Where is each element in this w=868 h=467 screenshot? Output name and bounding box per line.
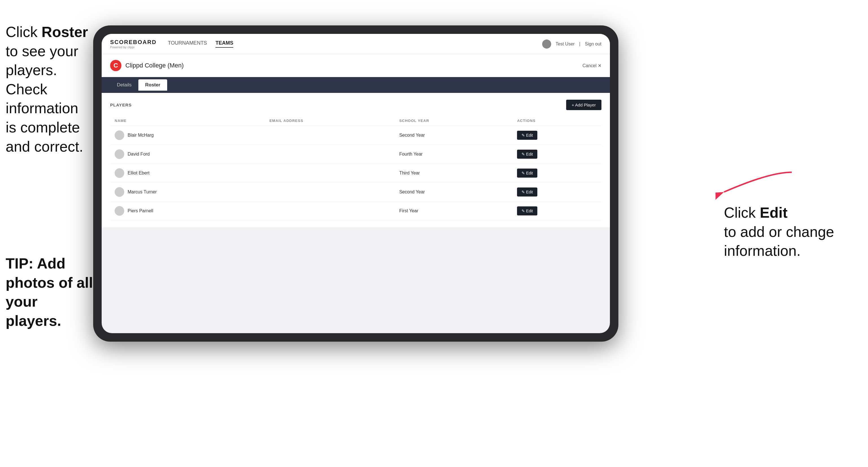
col-name: NAME — [110, 116, 265, 126]
edit-player-button[interactable]: ✎ Edit — [517, 150, 537, 159]
left-instruction: Click Roster to see your players. Check … — [6, 23, 90, 156]
tablet-screen: SCOREBOARD Powered by clippi TOURNAMENTS… — [102, 34, 610, 333]
edit-player-button[interactable]: ✎ Edit — [517, 168, 537, 178]
player-year: Third Year — [395, 164, 513, 183]
nav-tournaments[interactable]: TOURNAMENTS — [168, 40, 207, 48]
col-year: SCHOOL YEAR — [395, 116, 513, 126]
team-logo: C — [110, 60, 121, 71]
player-email — [265, 164, 395, 183]
col-email: EMAIL ADDRESS — [265, 116, 395, 126]
players-title: PLAYERS — [110, 102, 132, 107]
edit-player-button[interactable]: ✎ Edit — [517, 131, 537, 140]
player-actions: ✎ Edit — [513, 145, 601, 164]
player-email — [265, 126, 395, 145]
player-year: First Year — [395, 201, 513, 220]
player-name-cell: Blair McHarg — [110, 126, 265, 145]
player-actions: ✎ Edit — [513, 164, 601, 183]
players-section: PLAYERS + Add Player NAME EMAIL ADDRESS … — [102, 93, 610, 227]
nav-links: TOURNAMENTS TEAMS — [168, 40, 233, 48]
col-actions: ACTIONS — [513, 116, 601, 126]
table-row: Piers Parnell First Year ✎ Edit — [110, 201, 601, 220]
nav-bar: SCOREBOARD Powered by clippi TOURNAMENTS… — [102, 34, 610, 54]
players-header: PLAYERS + Add Player — [110, 100, 601, 110]
table-row: Marcus Turner Second Year ✎ Edit — [110, 183, 601, 201]
tip-text: TIP: Add photos of all your players. — [6, 254, 93, 330]
sign-out-link[interactable]: Sign out — [585, 41, 601, 46]
add-player-button[interactable]: + Add Player — [566, 100, 601, 110]
edit-arrow — [715, 166, 795, 200]
team-header: C Clippd College (Men) Cancel ✕ — [102, 54, 610, 77]
player-avatar — [115, 206, 124, 216]
table-body: Blair McHarg Second Year ✎ Edit David Fo… — [110, 126, 601, 220]
player-name: Blair McHarg — [128, 133, 154, 138]
table-head: NAME EMAIL ADDRESS SCHOOL YEAR ACTIONS — [110, 116, 601, 126]
player-avatar — [115, 149, 124, 159]
player-year: Second Year — [395, 126, 513, 145]
nav-teams[interactable]: TEAMS — [215, 40, 233, 48]
main-content: C Clippd College (Men) Cancel ✕ Details … — [102, 54, 610, 333]
player-year: Second Year — [395, 183, 513, 201]
nav-separator: | — [579, 41, 580, 46]
nav-left: SCOREBOARD Powered by clippi TOURNAMENTS… — [110, 39, 233, 49]
player-actions: ✎ Edit — [513, 126, 601, 145]
table-row: Blair McHarg Second Year ✎ Edit — [110, 126, 601, 145]
player-email — [265, 183, 395, 201]
player-year: Fourth Year — [395, 145, 513, 164]
player-avatar — [115, 168, 124, 178]
player-name-cell: Piers Parnell — [110, 201, 265, 220]
player-avatar — [115, 187, 124, 197]
tab-roster[interactable]: Roster — [138, 79, 167, 91]
player-name-cell: Elliot Ebert — [110, 164, 265, 183]
player-name-cell: Marcus Turner — [110, 183, 265, 201]
team-title-area: C Clippd College (Men) — [110, 60, 184, 71]
player-email — [265, 145, 395, 164]
logo-area: SCOREBOARD Powered by clippi — [110, 39, 156, 49]
player-name: Marcus Turner — [128, 189, 157, 194]
nav-right: Test User | Sign out — [542, 39, 601, 49]
table-header-row: NAME EMAIL ADDRESS SCHOOL YEAR ACTIONS — [110, 116, 601, 126]
player-actions: ✎ Edit — [513, 201, 601, 220]
logo-subtitle: Powered by clippi — [110, 45, 156, 49]
player-email — [265, 201, 395, 220]
player-name: David Ford — [128, 152, 150, 157]
user-name: Test User — [556, 41, 575, 46]
user-avatar — [542, 39, 551, 49]
player-actions: ✎ Edit — [513, 183, 601, 201]
tab-details[interactable]: Details — [110, 79, 138, 91]
cancel-button[interactable]: Cancel ✕ — [583, 63, 601, 68]
player-name: Piers Parnell — [128, 208, 153, 214]
player-name-cell: David Ford — [110, 145, 265, 164]
edit-player-button[interactable]: ✎ Edit — [517, 187, 537, 196]
tablet-device: SCOREBOARD Powered by clippi TOURNAMENTS… — [93, 25, 618, 342]
players-table: NAME EMAIL ADDRESS SCHOOL YEAR ACTIONS B… — [110, 116, 601, 220]
right-instruction: Click Editto add or changeinformation. — [724, 203, 834, 260]
player-avatar — [115, 130, 124, 140]
team-name: Clippd College (Men) — [125, 62, 184, 69]
logo-title: SCOREBOARD — [110, 39, 156, 45]
table-row: David Ford Fourth Year ✎ Edit — [110, 145, 601, 164]
roster-bold: Roster — [41, 24, 88, 40]
edit-player-button[interactable]: ✎ Edit — [517, 207, 537, 215]
table-row: Elliot Ebert Third Year ✎ Edit — [110, 164, 601, 183]
player-name: Elliot Ebert — [128, 170, 149, 176]
edit-bold: Edit — [760, 205, 787, 221]
tabs-bar: Details Roster — [102, 77, 610, 93]
